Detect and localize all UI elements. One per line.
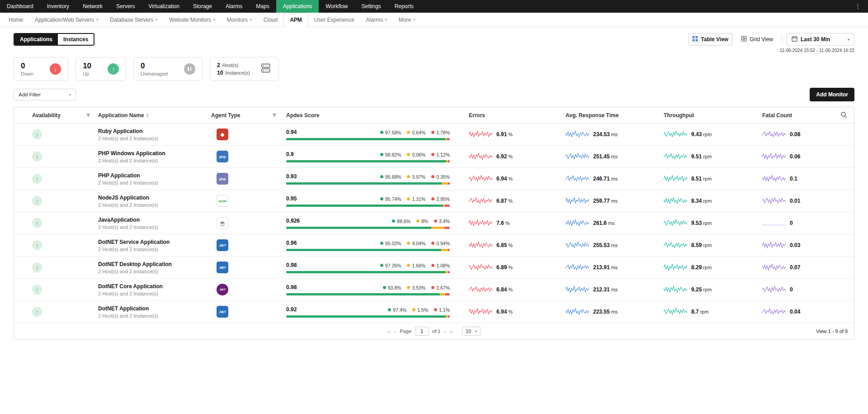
add-monitor-button[interactable]: Add Monitor — [810, 88, 854, 101]
frustrated-dot-icon — [431, 131, 434, 134]
application-name-link[interactable]: NodeJS Application — [98, 195, 211, 201]
search-icon[interactable] — [840, 111, 847, 119]
next-page-icon[interactable]: › — [444, 328, 446, 334]
sub-nav-item-alarms[interactable]: Alarms▾ — [360, 13, 393, 27]
fatal-count-value: 0.04 — [790, 309, 800, 315]
tolerating-dot-icon — [407, 242, 410, 245]
fatal-count-sparkline — [762, 285, 786, 294]
apdex-legend: 97.26% 1.66% 1.08% — [380, 263, 450, 268]
column-application-name[interactable]: Application Name ▲▼ — [98, 112, 149, 119]
divider — [782, 35, 782, 43]
instances-line: 10Instance(s) — [217, 70, 250, 76]
tolerating-dot-icon — [412, 308, 415, 311]
response-time-sparkline — [566, 241, 589, 250]
time-range-select[interactable]: Last 30 Min ▾ — [787, 33, 854, 46]
applications-toggle-button[interactable]: Applications — [14, 34, 58, 45]
chevron-down-icon: ▾ — [475, 329, 477, 333]
last-page-icon[interactable]: » — [450, 328, 453, 334]
apdex-legend: 97.58% 0.64% 1.78% — [380, 130, 450, 135]
sub-nav-item-application-web-servers[interactable]: Application/Web Servers▾ — [29, 13, 104, 27]
application-subtitle: 2 Host(s) and 2 Instance(s) — [98, 158, 211, 163]
kebab-menu-icon[interactable]: ⋮ — [848, 0, 868, 13]
pause-icon — [184, 63, 195, 75]
apdex-bar — [286, 271, 450, 273]
instances-toggle-button[interactable]: Instances — [58, 34, 94, 45]
sub-nav-item-cloud[interactable]: Cloud — [258, 13, 283, 27]
frustrated-dot-icon — [431, 153, 434, 156]
response-time-sparkline — [566, 307, 589, 316]
down-arrow-icon: ↓ — [50, 63, 61, 75]
filter-icon[interactable] — [85, 113, 91, 118]
response-time-value: 223.55ms — [593, 309, 618, 315]
application-name-link[interactable]: DotNET Desktop Application — [98, 261, 211, 267]
application-name-link[interactable]: DotNET Core Application — [98, 283, 211, 290]
application-name-link[interactable]: DotNET Service Application — [98, 239, 211, 245]
top-nav-item-applications[interactable]: Applications — [276, 0, 319, 13]
table-view-button[interactable]: Table View — [688, 33, 732, 46]
up-count: 10 — [83, 62, 91, 71]
dotnet-core-agent-icon: .NET — [217, 284, 228, 295]
sub-nav-item-website-monitors[interactable]: Website Monitors▾ — [163, 13, 221, 27]
top-nav-item-servers[interactable]: Servers — [109, 0, 142, 13]
sub-nav-item-home[interactable]: Home — [3, 13, 29, 27]
stat-card-up[interactable]: 10 Up ↑ — [75, 57, 126, 81]
down-count: 0 — [21, 62, 33, 71]
sub-nav-item-database-servers[interactable]: Database Servers▾ — [104, 13, 163, 27]
response-time-sparkline — [566, 130, 589, 139]
top-nav-item-settings[interactable]: Settings — [354, 0, 387, 13]
response-time-sparkline — [566, 152, 589, 161]
filter-icon[interactable] — [272, 113, 277, 118]
top-nav-item-storage[interactable]: Storage — [186, 0, 219, 13]
application-subtitle: 2 Host(s) and 2 Instance(s) — [98, 136, 211, 141]
chevron-down-icon: ▾ — [385, 18, 387, 22]
sub-nav-item-apm[interactable]: APM — [283, 13, 308, 27]
calendar-icon — [792, 36, 797, 43]
fatal-count-value: 0.1 — [790, 176, 797, 182]
top-nav-item-virtualization[interactable]: Virtualization — [142, 0, 186, 13]
up-arrow-icon: ↑ — [108, 63, 119, 75]
application-name-link[interactable]: JavaApplication — [98, 217, 211, 223]
throughput-value: 9.53rpm — [691, 220, 712, 226]
throughput-sparkline — [664, 285, 687, 294]
application-name-link[interactable]: Ruby Application — [98, 128, 211, 134]
application-name-link[interactable]: PHP Application — [98, 172, 211, 179]
unmanaged-label: Unmanaged — [141, 71, 168, 76]
stat-card-unmanaged[interactable]: 0 Unmanaged — [133, 57, 203, 81]
chevron-down-icon: ▾ — [96, 18, 98, 22]
apdex-value: 0.98 — [286, 262, 297, 268]
chevron-down-icon: ▾ — [250, 18, 252, 22]
top-nav-item-network[interactable]: Network — [76, 0, 109, 13]
errors-sparkline — [469, 219, 492, 228]
application-name-link[interactable]: DotNET Application — [98, 305, 211, 312]
table-row: ↑ DotNET Desktop Application 2 Host(s) a… — [14, 257, 854, 279]
page-number-input[interactable] — [415, 327, 429, 336]
sub-nav-item-more[interactable]: More▾ — [393, 13, 421, 27]
application-subtitle: 2 Host(s) and 2 Instance(s) — [98, 313, 211, 319]
dotnet-agent-icon: .NET — [217, 262, 228, 273]
top-nav-item-reports[interactable]: Reports — [388, 0, 420, 13]
unmanaged-count: 0 — [141, 62, 168, 71]
response-time-value: 255.53ms — [593, 242, 618, 248]
tolerating-dot-icon — [416, 219, 420, 223]
errors-value: 7.6% — [496, 220, 509, 226]
dotnet-agent-icon: .NET — [217, 239, 228, 251]
sub-nav-item-monitors[interactable]: Monitors▾ — [221, 13, 258, 27]
sub-nav-item-user-experience[interactable]: User Experience — [308, 13, 360, 27]
top-nav-item-maps[interactable]: Maps — [249, 0, 276, 13]
availability-up-icon: ↑ — [32, 240, 42, 250]
top-nav-item-inventory[interactable]: Inventory — [40, 0, 76, 13]
stat-card-hosts-instances[interactable]: 2Host(s) 10Instance(s) — [210, 57, 279, 81]
dotnet-agent-icon: .NET — [217, 306, 228, 318]
stat-card-down[interactable]: 0 Down ↓ — [14, 57, 68, 81]
first-page-icon[interactable]: « — [387, 328, 391, 334]
add-filter-select[interactable]: Add Filter ▾ — [14, 89, 76, 100]
page-size-select[interactable]: 10 ▾ — [462, 327, 481, 336]
top-nav-item-alarms[interactable]: Alarms — [219, 0, 249, 13]
top-nav-item-workflow[interactable]: Workflow — [319, 0, 354, 13]
top-nav-item-dashboard[interactable]: Dashboard — [0, 0, 40, 13]
application-name-link[interactable]: PHP Windows Application — [98, 150, 211, 157]
grid-view-button[interactable]: Grid View — [737, 33, 777, 46]
errors-value: 6.91% — [496, 131, 513, 138]
prev-page-icon[interactable]: ‹ — [394, 328, 396, 334]
apdex-bar — [286, 205, 450, 207]
